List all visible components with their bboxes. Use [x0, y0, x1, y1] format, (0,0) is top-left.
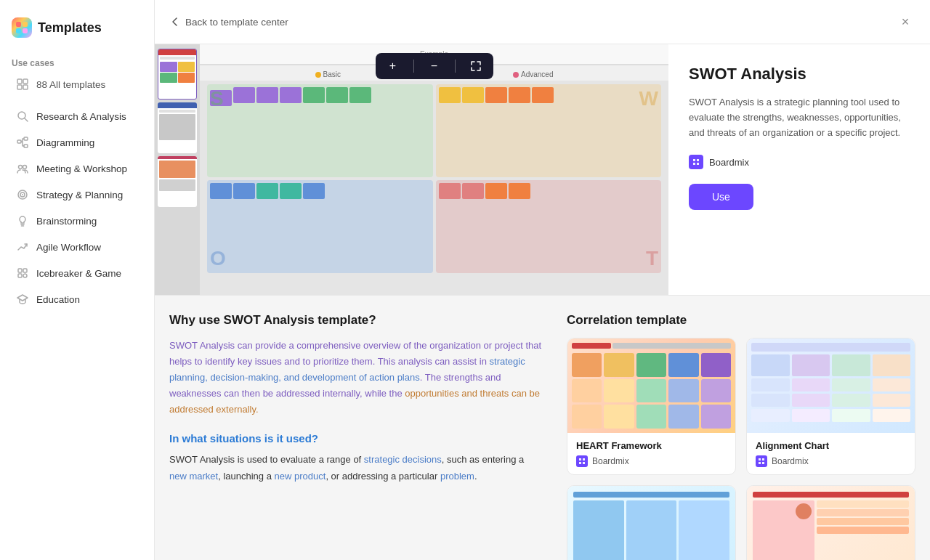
why-text: SWOT Analysis can provide a comprehensiv…	[169, 338, 543, 418]
card-preview-3	[567, 486, 735, 560]
zoom-in-button[interactable]: +	[384, 57, 402, 75]
correlation-card-3[interactable]: Distribution Graph	[567, 485, 736, 560]
svg-rect-27	[759, 462, 761, 464]
app-logo	[12, 17, 32, 38]
card-author-name-alignment: Boardmix	[772, 456, 809, 466]
situations-section: In what situations is it used? SWOT Anal…	[169, 432, 543, 484]
correlation-heading: Correlation template	[567, 313, 915, 328]
basic-tab-dot	[315, 72, 321, 78]
card-preview-heart	[567, 338, 735, 433]
template-author: Boardmix	[689, 155, 910, 169]
sidebar-item-strategy[interactable]: Strategy & Planning	[4, 182, 150, 208]
svg-rect-23	[579, 462, 581, 464]
svg-rect-0	[16, 22, 21, 27]
sidebar-item-meeting[interactable]: Meeting & Workshop	[4, 155, 150, 182]
sidebar-item-icebreaker[interactable]: Icebreaker & Game	[4, 260, 150, 286]
situations-text: SWOT Analysis is used to evaluate a rang…	[169, 452, 543, 484]
svg-rect-25	[759, 458, 761, 460]
correlation-grid: HEART Framework	[567, 338, 915, 560]
sidebar-item-research[interactable]: Research & Analysis	[4, 103, 150, 129]
template-description: SWOT Analysis is a strategic planning to…	[689, 95, 910, 140]
template-preview-section: Example + −	[155, 44, 930, 296]
why-section: Why use SWOT Analysis template? SWOT Ana…	[169, 313, 543, 560]
svg-point-16	[22, 194, 23, 195]
boardmix-small-icon-2	[758, 458, 765, 465]
svg-rect-7	[23, 85, 28, 89]
back-arrow-icon	[169, 16, 181, 28]
svg-rect-24	[583, 462, 585, 464]
education-icon	[16, 293, 29, 306]
situations-heading: In what situations is it used?	[169, 432, 543, 445]
fit-screen-button[interactable]	[467, 57, 485, 75]
why-heading: Why use SWOT Analysis template?	[169, 313, 543, 328]
fit-icon	[470, 60, 482, 72]
card-info-alignment: Alignment Chart	[747, 433, 915, 474]
svg-rect-6	[17, 85, 22, 89]
svg-rect-4	[17, 79, 22, 84]
svg-rect-28	[762, 462, 764, 464]
svg-rect-3	[23, 28, 28, 33]
advanced-tab-dot	[513, 72, 519, 78]
research-icon	[16, 110, 29, 123]
use-template-button[interactable]: Use	[689, 184, 753, 210]
back-button[interactable]: Back to template center	[169, 16, 288, 28]
card-preview-4	[747, 486, 915, 560]
all-templates-label: 88 All templates	[36, 79, 105, 90]
strategy-icon	[16, 188, 29, 201]
boardmix-logo-icon	[692, 158, 700, 166]
card-author-logo-alignment	[756, 455, 767, 467]
basic-tab: Basic	[315, 70, 341, 78]
sidebar-item-education[interactable]: Education	[4, 286, 150, 312]
svg-rect-2	[16, 28, 21, 33]
card-author-alignment: Boardmix	[756, 455, 906, 467]
all-templates-icon	[16, 78, 29, 91]
close-button[interactable]: ×	[895, 12, 915, 32]
main-content: Back to template center ×	[155, 0, 930, 560]
correlation-card-heart[interactable]: HEART Framework	[567, 338, 736, 475]
bottom-section: Why use SWOT Analysis template? SWOT Ana…	[155, 296, 930, 560]
card-author-heart: Boardmix	[576, 455, 727, 467]
author-name: Boardmix	[709, 157, 749, 168]
card-info-heart: HEART Framework	[567, 433, 735, 474]
zoom-controls: + −	[376, 53, 493, 79]
card-title-alignment: Alignment Chart	[756, 440, 906, 451]
card-author-name-heart: Boardmix	[592, 456, 629, 466]
card-preview-alignment	[747, 338, 915, 433]
svg-rect-21	[579, 458, 581, 460]
svg-rect-5	[23, 79, 28, 84]
svg-rect-17	[18, 269, 22, 272]
diagramming-icon	[16, 136, 29, 149]
use-cases-label: Use cases	[0, 52, 154, 71]
card-author-logo-heart	[576, 455, 588, 467]
sidebar-item-diagramming[interactable]: Diagramming	[4, 129, 150, 155]
svg-point-13	[23, 166, 27, 169]
advanced-tab: Advanced	[513, 70, 553, 78]
correlation-card-4[interactable]: Target Audience	[746, 485, 915, 560]
app-title: Templates	[0, 12, 154, 52]
content-area: Example + −	[155, 44, 930, 560]
icebreaker-icon	[16, 267, 29, 280]
agile-icon	[16, 240, 29, 253]
brainstorming-icon	[16, 214, 29, 227]
correlation-card-alignment[interactable]: Alignment Chart	[746, 338, 915, 475]
sidebar-item-brainstorming[interactable]: Brainstorming	[4, 208, 150, 234]
svg-point-12	[19, 166, 23, 169]
sidebar: Templates Use cases 88 All templates Res…	[0, 0, 155, 560]
svg-rect-18	[23, 269, 27, 272]
svg-point-20	[23, 274, 27, 277]
sidebar-item-agile[interactable]: Agile Workflow	[4, 234, 150, 260]
correlation-section: Correlation template	[567, 313, 915, 560]
sidebar-item-all-templates[interactable]: 88 All templates	[4, 71, 150, 97]
boardmix-small-icon	[578, 458, 586, 465]
zoom-divider-2	[455, 60, 456, 73]
card-title-heart: HEART Framework	[576, 440, 727, 451]
template-title: SWOT Analysis	[689, 65, 910, 84]
template-preview-images: Example + −	[155, 44, 668, 295]
meeting-icon	[16, 162, 29, 175]
zoom-out-button[interactable]: −	[426, 57, 443, 75]
zoom-divider	[413, 60, 414, 73]
svg-rect-26	[762, 458, 764, 460]
author-logo	[689, 155, 703, 169]
svg-rect-22	[583, 458, 585, 460]
template-info-panel: SWOT Analysis SWOT Analysis is a strateg…	[668, 44, 930, 295]
